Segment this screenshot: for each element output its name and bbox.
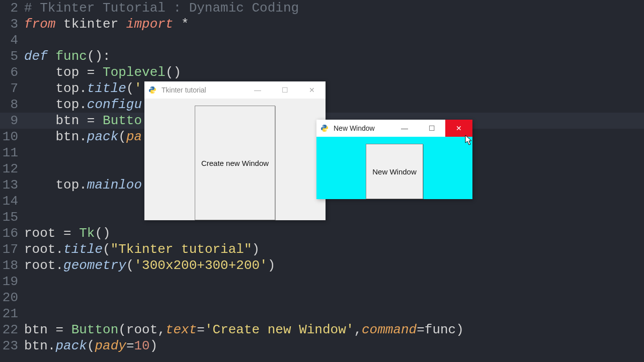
code-line[interactable]: 3from tkinter import *	[0, 16, 644, 32]
line-number: 11	[0, 145, 24, 161]
code-content[interactable]: btn = Button(root,text='Create new Windo…	[24, 322, 464, 338]
code-content[interactable]: btn = Butto	[24, 113, 142, 129]
tk-window-main: Tkinter tutorial — ☐ ✕ Create new Window	[144, 81, 326, 220]
line-number: 20	[0, 290, 24, 306]
code-content[interactable]: # Tkinter Tutorial : Dynamic Coding	[24, 0, 299, 16]
code-content[interactable]: top = Toplevel()	[24, 64, 181, 80]
titlebar[interactable]: Tkinter tutorial — ☐ ✕	[144, 81, 326, 99]
line-number: 2	[0, 0, 24, 16]
line-number: 16	[0, 225, 24, 241]
python-icon	[148, 86, 156, 94]
python-icon	[320, 124, 329, 132]
code-content[interactable]: from tkinter import *	[24, 16, 189, 32]
window-body: Create new Window	[144, 99, 326, 220]
line-number: 10	[0, 129, 24, 145]
line-number: 4	[0, 32, 24, 48]
code-line[interactable]: 16root = Tk()	[0, 225, 644, 241]
svg-point-0	[151, 87, 151, 87]
line-number: 7	[0, 80, 24, 97]
code-content[interactable]: top.title('	[24, 80, 142, 97]
line-number: 14	[0, 193, 24, 209]
maximize-button[interactable]: ☐	[271, 81, 298, 99]
close-button[interactable]: ✕	[298, 81, 326, 99]
code-line[interactable]: 20	[0, 290, 644, 306]
new-window-button[interactable]: New Window	[366, 144, 423, 199]
cursor-icon	[465, 135, 473, 146]
line-number: 6	[0, 64, 24, 80]
code-line[interactable]: 5def func():	[0, 48, 644, 64]
window-controls: — ☐ ✕	[391, 120, 472, 137]
code-line[interactable]: 22btn = Button(root,text='Create new Win…	[0, 322, 644, 338]
line-number: 19	[0, 274, 24, 290]
create-new-window-button[interactable]: Create new Window	[195, 106, 275, 220]
line-number: 18	[0, 257, 24, 274]
line-number: 8	[0, 97, 24, 113]
code-line[interactable]: 19	[0, 274, 644, 290]
line-number: 9	[0, 113, 24, 129]
svg-point-2	[323, 125, 324, 126]
code-content[interactable]: def func():	[24, 48, 111, 64]
titlebar[interactable]: New Window — ☐ ✕	[316, 120, 472, 137]
code-content[interactable]: root.geometry('300x200+300+200')	[24, 257, 275, 274]
code-line[interactable]: 21	[0, 306, 644, 322]
line-number: 15	[0, 209, 24, 225]
line-number: 23	[0, 338, 24, 354]
code-content[interactable]: root = Tk()	[24, 225, 111, 241]
minimize-button[interactable]: —	[391, 120, 418, 137]
code-line[interactable]: 4	[0, 32, 644, 48]
code-line[interactable]: 18root.geometry('300x200+300+200')	[0, 257, 644, 274]
code-line[interactable]: 17root.title("Tkinter tutorial")	[0, 241, 644, 257]
code-content[interactable]: top.configu	[24, 97, 142, 113]
code-content[interactable]: root.title("Tkinter tutorial")	[24, 241, 260, 257]
line-number: 3	[0, 16, 24, 32]
code-line[interactable]: 6 top = Toplevel()	[0, 64, 644, 80]
line-number: 5	[0, 48, 24, 64]
window-body: New Window	[316, 137, 472, 199]
tk-window-child: New Window — ☐ ✕ New Window	[316, 120, 472, 199]
code-content[interactable]: btn.pack(pady=10)	[24, 338, 157, 354]
window-controls: — ☐ ✕	[244, 81, 326, 99]
window-title: New Window	[333, 124, 391, 132]
code-content[interactable]: btn.pack(pa	[24, 129, 142, 145]
window-title: Tkinter tutorial	[160, 86, 244, 94]
line-number: 21	[0, 306, 24, 322]
line-number: 22	[0, 322, 24, 338]
line-number: 12	[0, 161, 24, 177]
minimize-button[interactable]: —	[244, 81, 271, 99]
maximize-button[interactable]: ☐	[418, 120, 445, 137]
line-number: 17	[0, 241, 24, 257]
svg-point-3	[326, 130, 326, 131]
code-line[interactable]: 2# Tkinter Tutorial : Dynamic Coding	[0, 0, 644, 16]
code-content[interactable]: top.mainloo	[24, 177, 142, 193]
close-button[interactable]: ✕	[445, 120, 472, 137]
line-number: 13	[0, 177, 24, 193]
svg-point-1	[153, 92, 154, 93]
code-line[interactable]: 23btn.pack(pady=10)	[0, 338, 644, 354]
